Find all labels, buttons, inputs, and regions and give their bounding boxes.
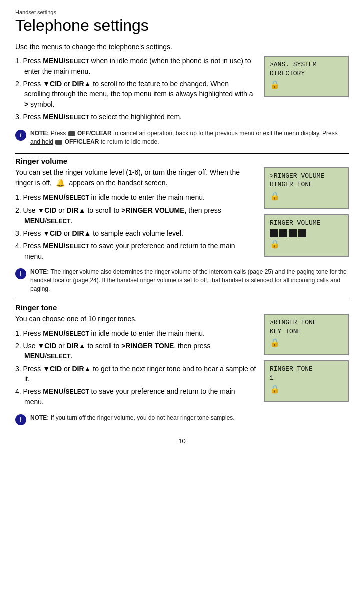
ringer-volume-title: Ringer volume [15, 157, 349, 165]
page-title: Telephone settings [15, 16, 349, 35]
intro-paragraph: Use the menus to change the telephone's … [15, 42, 349, 52]
breadcrumb: Handset settings [15, 9, 349, 15]
rt-screen2-icon: 🔒 [270, 385, 343, 396]
ringer-tone-title: Ringer tone [15, 303, 349, 312]
ringer-tone-divider [15, 300, 349, 300]
step-num: 3. [15, 113, 23, 121]
rt-screen1-icon: 🔒 [270, 338, 343, 349]
ringer-tone-lcd-2: RINGER TONE 1 🔒 [264, 360, 349, 402]
intro-screen-icon: 🔒 [270, 80, 343, 91]
intro-note-icon: i [15, 130, 26, 141]
rt-step-3: 3. Press ▼CID or DIR▲ to get to the next… [15, 364, 256, 384]
rv-note-icon: i [15, 268, 26, 279]
rv-step-2: 2. Use ▼CID or DIR▲ to scroll to >RINGER… [15, 205, 256, 226]
rv-note-box: i NOTE: The ringer volume also determine… [15, 268, 349, 293]
rt-screen2-line1: RINGER TONE [270, 365, 343, 374]
rv-screen2-line1: RINGER VOLUME [270, 219, 343, 228]
rt-step-1: 1. Press MENU/SELECT in idle mode to ent… [15, 328, 256, 338]
rv-note-text: NOTE: The ringer volume also determines … [30, 268, 349, 293]
rt-step-4: 4. Press MENU/SELECT to save your prefer… [15, 386, 256, 407]
rv-step-3: 3. Press ▼CID or DIR▲ to sample each vol… [15, 228, 256, 238]
ringer-volume-lcd-2: RINGER VOLUME 🔒 [264, 214, 349, 257]
rv-screen2-bars [270, 229, 343, 237]
intro-note-box: i NOTE: Press OFF/CLEAR to cancel an ope… [15, 129, 349, 146]
rt-step-2: 2. Use ▼CID or DIR▲ to scroll to >RINGER… [15, 341, 256, 361]
rt-note-icon: i [15, 414, 26, 425]
ringer-volume-divider [15, 153, 349, 154]
rt-note-box: i NOTE: If you turn off the ringer volum… [15, 414, 349, 425]
menu-select-bold-1: MENU/SELECT [43, 57, 89, 65]
rv-screen2-icon: 🔒 [270, 240, 343, 251]
ringer-volume-intro: You can set the ringer volume level (1-6… [15, 167, 256, 188]
rv-step-1: 1. Press MENU/SELECT in idle mode to ent… [15, 192, 256, 202]
intro-screen-line1: >ANS. SYSTEM [270, 60, 343, 69]
page-footer: 10 [15, 437, 349, 445]
menu-select-bold-2: MENU/SELECT [43, 113, 89, 121]
rt-screen2-line2: 1 [270, 374, 343, 383]
rt-note-text: NOTE: If you turn off the ringer volume,… [30, 414, 235, 422]
intro-screen-line2: DIRECTORY [270, 69, 343, 78]
intro-step-3: 3. Press MENU/SELECT to select the highl… [15, 112, 254, 122]
rv-screen1-icon: 🔒 [270, 192, 343, 203]
ringer-tone-intro: You can choose one of 10 ringer tones. [15, 314, 256, 324]
step-num: 1. [15, 57, 23, 65]
ringer-volume-lcd-1: >RINGER VOLUME RINGER TONE 🔒 [264, 167, 349, 209]
rv-step-4: 4. Press MENU/SELECT to save your prefer… [15, 241, 256, 261]
ringer-tone-lcd-1: >RINGER TONE KEY TONE 🔒 [264, 314, 349, 355]
rv-screen1-line2: RINGER TONE [270, 180, 343, 189]
intro-step-2: 2. Press ▼CID or DIR▲ to scroll to the f… [15, 79, 254, 109]
step-num: 2. [15, 80, 23, 88]
dir-up-bold: DIR▲ [72, 80, 91, 88]
intro-step-1: 1. Press MENU/SELECT when in idle mode (… [15, 56, 254, 76]
rv-screen1-line1: >RINGER VOLUME [270, 172, 343, 181]
intro-lcd-screen: >ANS. SYSTEM DIRECTORY 🔒 [264, 56, 349, 97]
rt-screen1-line1: >RINGER TONE [270, 318, 343, 327]
rt-screen1-line2: KEY TONE [270, 327, 343, 336]
cid-down-bold: ▼CID [43, 80, 62, 88]
intro-note-text: NOTE: Press OFF/CLEAR to cancel an opera… [30, 129, 349, 146]
